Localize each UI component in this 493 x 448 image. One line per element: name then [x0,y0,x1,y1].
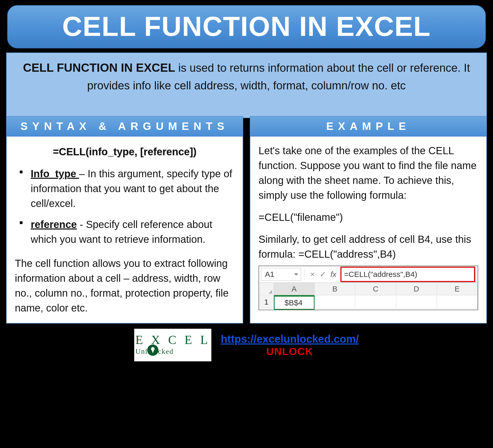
cell-d1[interactable] [396,296,437,308]
excel-formula-bar: A1 × ✓ fx =CELL("address",B4) [259,266,478,283]
syntax-formula: =CELL(info_type, [reference]) [15,144,234,159]
col-header-a[interactable]: A [274,283,315,296]
col-header-b[interactable]: B [315,283,355,295]
cancel-icon[interactable]: × [307,269,318,280]
argument-list: Info_type – In this argument, specify ty… [15,166,234,247]
name-box[interactable]: A1 [261,268,301,281]
cell-a1[interactable]: $B$4 [274,296,315,310]
excel-screenshot: A1 × ✓ fx =CELL("address",B4) A B C D E [259,266,478,310]
syntax-description: The cell function allows you to extract … [15,256,234,315]
title-bar: CELL FUNCTION IN EXCEL [7,5,486,48]
footer: E X C E L Unlcked https://excelunlocked.… [0,329,493,361]
intro-bold: CELL FUNCTION IN EXCEL [23,61,175,74]
cell-e1[interactable] [437,296,478,308]
enter-icon[interactable]: ✓ [318,269,328,280]
syntax-header: SYNTAX & ARGUMENTS [7,117,243,137]
col-header-c[interactable]: C [355,283,396,295]
keyhole-icon [147,345,158,356]
excel-grid: A B C D E 1 $B$4 [259,283,478,310]
example-header: EXAMPLE [250,117,486,137]
arg-name: Info_type [31,168,79,179]
example-formula-1: =CELL("filename") [259,210,478,225]
page-title: CELL FUNCTION IN EXCEL [10,10,483,42]
arg-name: reference [31,219,77,230]
arg-reference: reference - Specify cell reference about… [19,217,234,247]
footer-unlock: UNLOCK [221,346,359,357]
select-all-corner[interactable] [259,283,274,295]
col-header-d[interactable]: D [396,283,437,295]
separator [304,269,304,279]
footer-link[interactable]: https://excelunlocked.com/ [221,333,359,345]
example-para-2: Similarly, to get cell address of cell B… [259,232,478,262]
row-header-1[interactable]: 1 [259,296,274,308]
cell-c1[interactable] [355,296,396,308]
example-intro: Let's take one of the examples of the CE… [259,143,478,203]
cell-b1[interactable] [315,296,355,308]
syntax-panel: SYNTAX & ARGUMENTS =CELL(info_type, [ref… [6,116,243,324]
logo: E X C E L Unlcked [134,329,211,361]
fx-icon[interactable]: fx [330,269,336,280]
intro-box: CELL FUNCTION IN EXCEL is used to return… [6,53,487,118]
example-panel: EXAMPLE Let's take one of the examples o… [250,116,487,324]
col-header-e[interactable]: E [437,283,478,295]
formula-input[interactable]: =CELL("address",B4) [340,267,475,282]
arg-info-type: Info_type – In this argument, specify ty… [19,166,234,211]
